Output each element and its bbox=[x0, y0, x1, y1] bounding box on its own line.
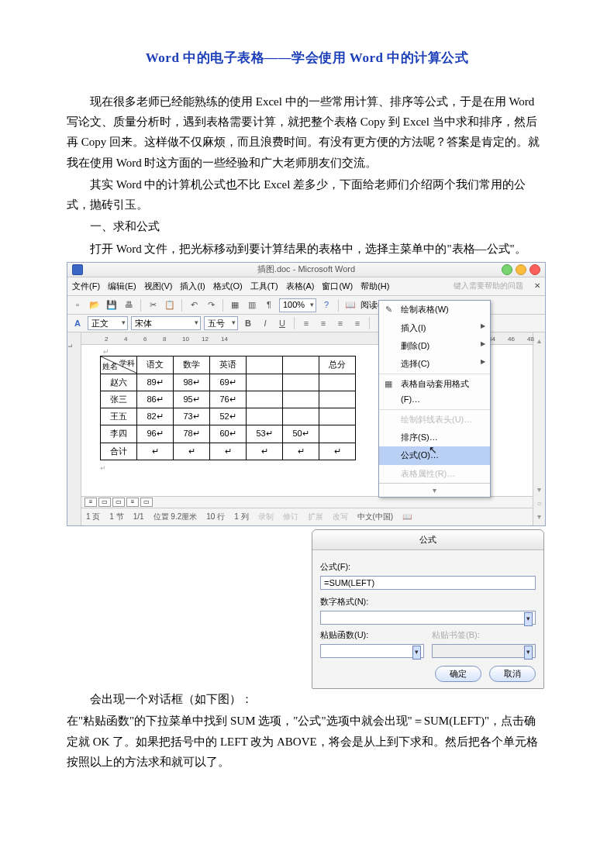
table-header[interactable]: 语文 bbox=[137, 356, 174, 374]
undo-icon[interactable]: ↶ bbox=[187, 298, 201, 312]
menu-format[interactable]: 格式(O) bbox=[213, 279, 243, 294]
paragraph-1: 现在很多老师已经能熟练的使用 Excel 中的一些常用计算、排序等公式，于是在用… bbox=[67, 91, 547, 173]
grid-icon: ▦ bbox=[382, 377, 395, 391]
show-marks-icon[interactable]: ¶ bbox=[262, 298, 276, 312]
titlebar: 插图.doc - Microsoft Word bbox=[67, 263, 545, 277]
status-section: 1 节 bbox=[109, 510, 123, 524]
number-format-select[interactable] bbox=[320, 611, 536, 625]
table-menu-dropdown[interactable]: ✎绘制表格(W) 插入(I) 删除(D) 选择(C) ▦表格自动套用格式(F)…… bbox=[378, 300, 491, 498]
doc-close-button[interactable]: ✕ bbox=[534, 279, 540, 293]
menu-item-draw-table[interactable]: ✎绘制表格(W) bbox=[379, 301, 490, 319]
paragraph-mark-icon: ↵ bbox=[100, 464, 106, 472]
menu-insert[interactable]: 插入(I) bbox=[180, 279, 205, 294]
web-view-button[interactable]: ▭ bbox=[98, 498, 111, 507]
menu-separator bbox=[379, 409, 490, 410]
cancel-button[interactable]: 取消 bbox=[489, 666, 536, 682]
status-bar: 1 页 1 节 1/1 位置 9.2厘米 10 行 1 列 录制 修订 扩展 改… bbox=[81, 508, 533, 525]
cursor-icon: ↖ bbox=[429, 442, 437, 460]
table-header[interactable]: 总分 bbox=[319, 356, 356, 374]
table-row[interactable]: 王五82↵73↵52↵ bbox=[101, 408, 356, 425]
help-hint[interactable]: 键入需要帮助的问题 bbox=[454, 279, 523, 293]
status-extend: 扩展 bbox=[308, 510, 323, 524]
word-window-screenshot: 插图.doc - Microsoft Word 文件(F) 编辑(E) 视图(V… bbox=[67, 262, 546, 526]
vertical-scrollbar[interactable]: ▴ ▾ ○ ▾ bbox=[533, 332, 545, 525]
paste-function-select[interactable] bbox=[320, 644, 424, 658]
menu-expand[interactable]: ▾ bbox=[379, 483, 490, 498]
normal-view-button[interactable]: ≡ bbox=[85, 498, 97, 507]
style-select[interactable]: 正文 bbox=[88, 316, 128, 330]
outline-view-button[interactable]: ≡ bbox=[126, 498, 139, 507]
menu-file[interactable]: 文件(F) bbox=[72, 279, 100, 294]
menu-view[interactable]: 视图(V) bbox=[144, 279, 173, 294]
size-select[interactable]: 五号 bbox=[204, 316, 238, 330]
table-header[interactable] bbox=[283, 356, 319, 374]
styles-icon[interactable]: A bbox=[71, 316, 85, 330]
menu-item-insert[interactable]: 插入(I) bbox=[379, 319, 490, 337]
menu-edit[interactable]: 编辑(E) bbox=[108, 279, 136, 294]
paragraph-2: 其实 Word 中的计算机公式也不比 Excel 差多少，下面给老师们介绍两个我… bbox=[67, 174, 547, 215]
caption-below-dialog: 会出现一个对话框（如下图）： bbox=[67, 689, 547, 709]
status-revision: 修订 bbox=[283, 510, 298, 524]
table-insert-icon[interactable]: ▦ bbox=[228, 298, 242, 312]
table-row[interactable]: 赵六89↵98↵69↵ bbox=[101, 374, 356, 391]
zoom-select[interactable]: 100% bbox=[279, 298, 316, 312]
cut-icon[interactable]: ✂ bbox=[146, 298, 160, 312]
table-row[interactable]: 张三86↵95↵76↵ bbox=[101, 391, 356, 408]
formula-label: 公式(F): bbox=[320, 560, 536, 574]
status-overwrite: 改写 bbox=[333, 510, 348, 524]
document-area[interactable]: ↵ 学科 姓名 语文 数学 英语 总分 bbox=[81, 345, 533, 496]
bold-icon[interactable]: B bbox=[241, 316, 255, 330]
menu-item-delete[interactable]: 删除(D) bbox=[379, 337, 490, 355]
open-icon[interactable]: 📂 bbox=[88, 298, 102, 312]
table-header[interactable] bbox=[247, 356, 283, 374]
status-column: 1 列 bbox=[234, 510, 248, 524]
minimize-button[interactable] bbox=[502, 264, 512, 275]
browse-object-icon[interactable]: ○ bbox=[536, 497, 541, 511]
print-view-button[interactable]: ▭ bbox=[112, 498, 125, 507]
page-title: Word 中的电子表格——学会使用 Word 中的计算公式 bbox=[67, 46, 547, 70]
menu-window[interactable]: 窗口(W) bbox=[322, 279, 353, 294]
columns-icon[interactable]: ▥ bbox=[245, 298, 259, 312]
next-page-icon[interactable]: ▾ bbox=[537, 510, 541, 524]
table-row[interactable]: 合计↵↵↵↵↵↵ bbox=[101, 443, 356, 460]
maximize-button[interactable] bbox=[516, 264, 526, 275]
help-icon[interactable]: ? bbox=[319, 298, 333, 312]
table-corner-cell[interactable]: 学科 姓名 bbox=[101, 356, 137, 374]
italic-icon[interactable]: I bbox=[258, 316, 272, 330]
table-header[interactable]: 英语 bbox=[210, 356, 247, 374]
menu-table[interactable]: 表格(A) bbox=[286, 279, 315, 294]
paragraph-4: 在"粘贴函数"的下拉菜单中找到 SUM 选项，"公式"选项中就会出现"＝SUM(… bbox=[67, 711, 547, 772]
status-book-icon: 📖 bbox=[402, 510, 412, 524]
redo-icon[interactable]: ↷ bbox=[204, 298, 218, 312]
align-center-icon[interactable]: ≡ bbox=[316, 316, 330, 330]
menu-separator bbox=[379, 374, 490, 374]
new-doc-icon[interactable]: ▫ bbox=[71, 298, 85, 312]
font-select[interactable]: 宋体 bbox=[131, 316, 201, 330]
scroll-up-icon[interactable]: ▴ bbox=[537, 334, 541, 348]
menu-help[interactable]: 帮助(H) bbox=[360, 279, 389, 294]
read-view-button[interactable]: ▭ bbox=[140, 498, 153, 507]
underline-icon[interactable]: U bbox=[275, 316, 289, 330]
save-icon[interactable]: 💾 bbox=[105, 298, 119, 312]
ok-button[interactable]: 确定 bbox=[435, 666, 481, 682]
align-right-icon[interactable]: ≡ bbox=[333, 316, 347, 330]
scroll-down-icon[interactable]: ▾ bbox=[537, 483, 541, 497]
close-button[interactable] bbox=[529, 264, 540, 275]
align-justify-icon[interactable]: ≡ bbox=[350, 316, 364, 330]
print-icon[interactable]: 🖶 bbox=[122, 298, 136, 312]
read-mode-icon[interactable]: 📖 bbox=[343, 298, 357, 312]
menu-item-select[interactable]: 选择(C) bbox=[379, 355, 490, 373]
status-language: 中文(中国) bbox=[357, 510, 394, 524]
formula-input[interactable] bbox=[320, 576, 536, 590]
number-format-label: 数字格式(N): bbox=[320, 594, 536, 609]
paragraph-3: 打开 Word 文件，把光标移动到要计算结果的表格中，选择主菜单中的"表格—公式… bbox=[67, 239, 547, 259]
table-row[interactable]: 李四96↵78↵60↵53↵50↵ bbox=[101, 425, 356, 443]
paste-icon[interactable]: 📋 bbox=[163, 298, 177, 312]
menu-tools[interactable]: 工具(T) bbox=[250, 279, 278, 294]
align-left-icon[interactable]: ≡ bbox=[299, 316, 313, 330]
view-buttons: ≡ ▭ ▭ ≡ ▭ bbox=[81, 496, 533, 508]
data-table[interactable]: 学科 姓名 语文 数学 英语 总分 赵六89↵98↵69↵ 张三86↵95↵76… bbox=[100, 356, 356, 460]
status-record: 录制 bbox=[258, 510, 274, 524]
menu-item-autoformat[interactable]: ▦表格自动套用格式(F)… bbox=[379, 375, 490, 408]
table-header[interactable]: 数学 bbox=[174, 356, 210, 374]
